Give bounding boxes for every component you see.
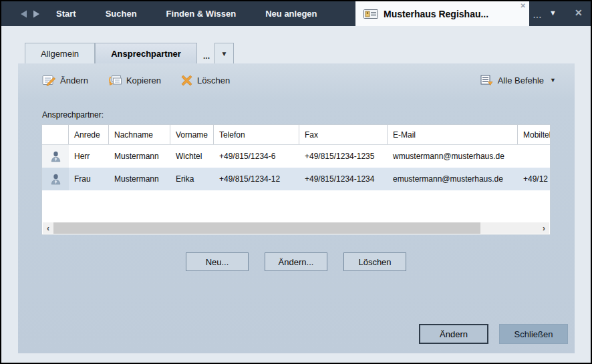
delete-button[interactable]: Löschen — [343, 252, 406, 271]
scroll-right-icon[interactable]: › — [539, 222, 549, 234]
toolbar: Ändern Kopieren — [42, 71, 556, 89]
record-tabs: Allgemein Ansprechpartner ... ▼ — [25, 43, 234, 63]
column-header-mobiltelefon[interactable]: Mobiltele — [518, 125, 550, 144]
contacts-table: Anrede Nachname Vorname Telefon Fax E-Ma… — [41, 124, 551, 235]
scrollbar-thumb[interactable] — [53, 222, 480, 234]
menu-finden-wissen[interactable]: Finden & Wissen — [152, 1, 251, 26]
cell-nachname: Mustermann — [109, 168, 170, 190]
forward-icon[interactable] — [31, 9, 41, 19]
tabs-dropdown-button[interactable]: ▼ — [214, 43, 234, 63]
toolbar-copy-label: Kopieren — [126, 75, 161, 85]
toolbar-edit-label: Ändern — [60, 75, 88, 85]
table-row[interactable]: Frau Mustermann Erika +49/815/1234-12 +4… — [42, 168, 550, 190]
person-icon — [50, 151, 61, 162]
table-row[interactable]: Herr Mustermann Wichtel +49/815/1234-6 +… — [42, 145, 550, 168]
window-close-icon[interactable]: ✕ — [575, 7, 583, 18]
cell-email: emustermann@musterhaus.de — [388, 168, 518, 190]
menu-neu-anlegen[interactable]: Neu anlegen — [251, 1, 331, 26]
ansprechpartner-panel: Ändern Kopieren — [18, 63, 575, 353]
table-header-row: Anrede Nachname Vorname Telefon Fax E-Ma… — [42, 125, 550, 145]
scrollbar-track[interactable] — [53, 222, 539, 234]
cell-fax: +49/815/1234-1234 — [299, 168, 388, 190]
table-empty-space — [42, 190, 550, 222]
list-label: Ansprechpartner: — [42, 110, 104, 120]
column-header-icon[interactable] — [42, 125, 69, 144]
column-header-telefon[interactable]: Telefon — [214, 125, 299, 144]
row-icon-cell — [42, 145, 69, 168]
cell-anrede: Herr — [69, 145, 109, 168]
tab-allgemein[interactable]: Allgemein — [25, 43, 95, 63]
tab-close-icon[interactable]: ✕ — [521, 2, 526, 9]
tab-ansprechpartner[interactable]: Ansprechpartner — [95, 43, 197, 63]
column-header-fax[interactable]: Fax — [299, 125, 388, 144]
tab-overflow-dots[interactable]: ... — [533, 11, 542, 20]
tab-list-dropdown-icon[interactable]: ▼ — [549, 9, 557, 17]
command-list-icon — [480, 75, 493, 86]
toolbar-delete-label: Löschen — [197, 75, 230, 85]
cell-mobiltelefon — [518, 145, 550, 168]
back-icon[interactable] — [19, 9, 29, 19]
toolbar-delete-button[interactable]: Löschen — [181, 75, 230, 86]
all-commands-button[interactable]: Alle Befehle ▼ — [480, 75, 556, 86]
footer-edit-button[interactable]: Ändern — [419, 324, 488, 344]
new-button[interactable]: Neu... — [186, 252, 249, 271]
cell-fax: +49/815/1234-1235 — [299, 145, 388, 168]
chevron-down-icon: ▼ — [221, 50, 228, 57]
chevron-down-icon: ▼ — [550, 77, 556, 83]
horizontal-scrollbar[interactable]: ‹ › — [43, 222, 549, 234]
column-header-nachname[interactable]: Nachname — [109, 125, 170, 144]
tab-allgemein-label: Allgemein — [41, 49, 79, 59]
contact-card-icon — [363, 9, 378, 19]
copy-icon — [108, 75, 122, 86]
row-icon-cell — [42, 168, 69, 190]
edit-button[interactable]: Ändern... — [265, 252, 327, 271]
main-nav-bar: Start Suchen Finden & Wissen Neu anlegen… — [1, 1, 591, 26]
cell-telefon: +49/815/1234-12 — [214, 168, 299, 190]
scroll-left-icon[interactable]: ‹ — [43, 222, 53, 234]
toolbar-copy-button[interactable]: Kopieren — [108, 75, 161, 86]
edit-icon — [42, 75, 55, 86]
footer-close-button[interactable]: Schließen — [499, 324, 568, 344]
cell-vorname: Erika — [170, 168, 214, 190]
cell-mobiltelefon: +49/12 — [518, 168, 550, 190]
list-action-buttons: Neu... Ändern... Löschen — [41, 252, 551, 271]
cell-vorname: Wichtel — [170, 145, 214, 168]
document-tab-musterhaus[interactable]: Musterhaus Regishau... ✕ — [355, 1, 529, 26]
menu-suchen[interactable]: Suchen — [91, 1, 152, 26]
cell-telefon: +49/815/1234-6 — [214, 145, 299, 168]
column-header-anrede[interactable]: Anrede — [69, 125, 109, 144]
document-tab-title: Musterhaus Regishau... — [384, 9, 488, 19]
tabs-overflow-dots[interactable]: ... — [203, 51, 210, 61]
cell-anrede: Frau — [69, 168, 109, 190]
person-icon — [50, 174, 61, 185]
tab-ansprechpartner-label: Ansprechpartner — [111, 49, 181, 59]
toolbar-edit-button[interactable]: Ändern — [42, 75, 88, 86]
column-header-email[interactable]: E-Mail — [388, 125, 518, 144]
column-header-vorname[interactable]: Vorname — [170, 125, 214, 144]
delete-x-icon — [181, 75, 192, 86]
cell-nachname: Mustermann — [109, 145, 170, 168]
all-commands-label: Alle Befehle — [498, 75, 544, 85]
menu-start[interactable]: Start — [41, 1, 91, 26]
app-window: Start Suchen Finden & Wissen Neu anlegen… — [0, 0, 592, 364]
cell-email: wmustermann@musterhaus.de — [388, 145, 518, 168]
